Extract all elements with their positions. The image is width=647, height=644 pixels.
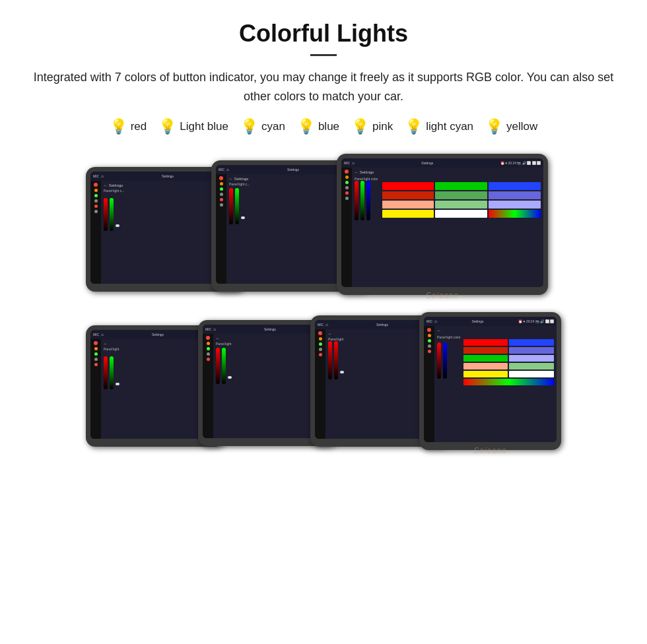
color-cell[interactable] — [382, 201, 434, 209]
blue-slider-3[interactable] — [366, 181, 370, 220]
bred-slider-1[interactable] — [104, 356, 108, 389]
green-slider-2[interactable] — [235, 188, 239, 224]
settings-icon-3 — [345, 186, 349, 189]
color-cell[interactable] — [382, 210, 434, 218]
bslider-thumb-1 — [116, 383, 119, 385]
power-icon-2[interactable] — [219, 176, 223, 180]
red-slider[interactable] — [104, 198, 108, 231]
extra-icon-3 — [345, 197, 349, 200]
bcolor-cell[interactable] — [463, 339, 508, 346]
binner-screen-4: ← Panel light color — [424, 326, 557, 442]
bcolor-cell[interactable] — [509, 339, 554, 346]
bnav-icon-1 — [94, 352, 98, 356]
bred-slider-3b[interactable] — [334, 341, 338, 379]
bpower-icon-2[interactable] — [206, 336, 210, 340]
red-slider-2[interactable] — [229, 188, 233, 224]
green-slider-3[interactable] — [360, 181, 364, 220]
bpanel-label-4: Panel light color — [437, 335, 461, 339]
bslider-thumb-2 — [228, 376, 232, 379]
nav-icon-2 — [220, 187, 223, 191]
bcolor-cell[interactable] — [509, 371, 554, 377]
yellow-bulb-icon: 💡 — [485, 118, 503, 135]
bblue-slider-4[interactable] — [443, 342, 447, 379]
bsidebar-2 — [203, 334, 213, 438]
bindicator-icon-1 — [94, 363, 98, 366]
bcolor-cell[interactable] — [463, 355, 508, 362]
bred-slider-3[interactable] — [328, 341, 332, 379]
color-cell[interactable] — [435, 191, 487, 199]
color-list: 💡 red 💡 Light blue 💡 cyan 💡 blue 💡 pink … — [26, 118, 621, 135]
color-item-cyan: 💡 cyan — [240, 118, 285, 135]
bindicator-icon-3 — [319, 353, 322, 356]
bsliders-4 — [437, 342, 461, 379]
color-label-yellow: yellow — [506, 120, 537, 133]
bsettings-icon-2 — [207, 352, 210, 356]
color-item-red: 💡 red — [110, 118, 147, 135]
bcolor-cell[interactable] — [509, 347, 554, 354]
bmenu-icon-3 — [319, 337, 322, 340]
menu-icon-2 — [220, 182, 223, 185]
main-area-3: ← Settings Panel light color — [352, 168, 543, 287]
bcolor-cell[interactable] — [463, 371, 508, 377]
indicator-icon-3 — [345, 191, 349, 195]
color-cell[interactable] — [435, 210, 487, 218]
color-cell[interactable] — [489, 182, 541, 190]
bpower-icon-4[interactable] — [427, 328, 431, 332]
color-item-pink: 💡 pink — [351, 118, 393, 135]
color-cell[interactable] — [435, 182, 487, 190]
color-item-lightblue: 💡 Light blue — [158, 118, 228, 135]
lightblue-bulb-icon: 💡 — [158, 118, 176, 135]
bnav-icon-2 — [207, 347, 210, 350]
slider-thumb-2 — [241, 216, 245, 219]
color-item-lightcyan: 💡 light cyan — [405, 118, 473, 135]
color-label-lightcyan: light cyan — [426, 120, 473, 133]
blue-bulb-icon: 💡 — [297, 118, 315, 135]
bslider-thumb-3 — [340, 371, 344, 373]
page-title: Colorful Lights — [26, 20, 621, 48]
top-screens-section: MIC ⌂ Settings ⚙ ↑ — [26, 154, 621, 299]
color-cell[interactable] — [489, 191, 541, 199]
color-label-blue: blue — [318, 120, 339, 133]
topbar-3: MIC ⌂ Settings ⏰ ♥ 20:24 📷 🔊 ⬜ ⬜ ⬜ — [341, 158, 543, 168]
red-slider-3[interactable] — [355, 181, 358, 220]
red-bulb-icon: 💡 — [110, 118, 127, 135]
color-grid-bottom — [463, 329, 554, 442]
top-stack-container: MIC ⌂ Settings ⚙ ↑ — [86, 154, 561, 299]
btopbar-4: MIC ⌂ Settings ⏰ ♥ 20:24 📷 🔊 ⬜ ⬜ — [424, 317, 557, 326]
color-label-red: red — [131, 120, 147, 133]
bottom-device-4: MIC ⌂ Settings ⏰ ♥ 20:24 📷 🔊 ⬜ ⬜ — [419, 312, 561, 450]
color-cell[interactable] — [435, 201, 487, 209]
color-cell[interactable] — [382, 182, 434, 190]
bred-slider-2[interactable] — [216, 348, 220, 384]
bcolor-cell[interactable] — [463, 347, 508, 354]
bsidebar-3 — [315, 329, 325, 439]
bpower-icon-1[interactable] — [94, 341, 98, 345]
bmenu-icon-4 — [428, 334, 431, 337]
bnav-icon-4 — [428, 339, 431, 342]
bcolor-cell-rainbow[interactable] — [463, 379, 554, 385]
power-icon-3[interactable] — [345, 170, 349, 174]
color-label-cyan: cyan — [261, 120, 285, 133]
color-grid-top — [382, 170, 541, 287]
bcolor-cell[interactable] — [509, 355, 554, 362]
bgreen-slider-1[interactable] — [110, 356, 114, 389]
page-description: Integrated with 7 colors of button indic… — [26, 68, 621, 106]
extra-icon-2 — [220, 203, 223, 207]
power-icon[interactable] — [94, 183, 98, 187]
bmenu-icon-2 — [207, 342, 210, 345]
color-cell[interactable] — [382, 191, 434, 199]
bred-slider-4[interactable] — [437, 342, 441, 379]
slider-thumb — [116, 224, 119, 227]
bmain-area-4: ← Panel light color — [434, 326, 557, 442]
inner-screen-3: ← Settings Panel light color — [341, 168, 543, 287]
nav-icon-3 — [345, 181, 349, 184]
green-slider[interactable] — [110, 198, 114, 231]
color-cell-rainbow[interactable] — [489, 210, 541, 218]
bpower-icon-3[interactable] — [318, 331, 322, 335]
bmenu-icon-1 — [94, 347, 98, 350]
bcolor-cell[interactable] — [509, 363, 554, 370]
color-cell[interactable] — [489, 201, 541, 209]
bgreen-slider-2[interactable] — [222, 348, 226, 384]
bcolor-cell[interactable] — [463, 363, 508, 370]
extra-icon — [94, 210, 98, 213]
